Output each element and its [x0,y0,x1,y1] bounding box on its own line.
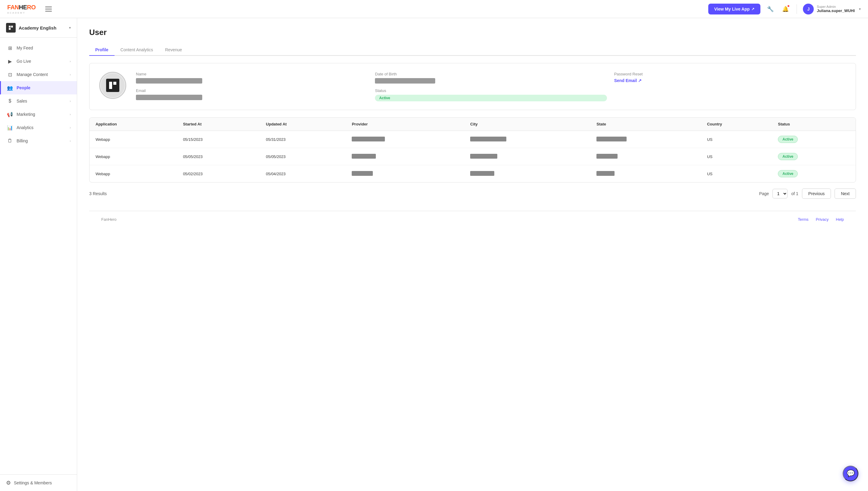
tab-content-analytics[interactable]: Content Analytics [115,44,159,56]
page-select[interactable]: 1 [772,189,787,198]
sales-icon: $ [7,98,13,104]
sidebar-item-go-live[interactable]: ▶ Go Live › [0,55,77,68]
name-label: Name [136,72,368,76]
sidebar-item-analytics[interactable]: 📊 Analytics › [0,121,77,134]
sidebar-item-marketing[interactable]: 📢 Marketing › [0,108,77,121]
chevron-right-icon: › [70,126,71,129]
sidebar-item-people[interactable]: 👥 People [0,81,77,94]
profile-card: Name Date of Birth Password Reset Send E… [89,63,856,110]
col-city: City [464,118,590,131]
cell-status: Active [772,131,856,148]
view-live-button[interactable]: View My Live App ↗ [708,4,761,15]
sidebar-item-my-feed[interactable]: ⊞ My Feed [0,41,77,55]
footer-links: Terms Privacy Help [798,217,844,222]
pagination: 3 Results Page 1 of 1 Previous Next [89,189,856,199]
cell-application: Webapp [90,165,177,182]
sidebar-item-label: Sales [17,98,66,104]
privacy-link[interactable]: Privacy [816,217,829,222]
cell-updated-at: 05/31/2023 [260,131,346,148]
sidebar-item-billing[interactable]: 🗒 Billing › [0,134,77,147]
external-link-icon: ↗ [638,78,642,83]
hamburger-button[interactable] [43,4,54,14]
col-started-at: Started At [177,118,260,131]
page-label: Page [759,191,769,196]
status-badge: Active [375,95,607,102]
pagination-controls: Page 1 of 1 Previous Next [759,189,856,199]
sidebar-item-label: Manage Content [17,72,66,77]
gear-icon: ⚙ [6,480,11,486]
sidebar-item-manage-content[interactable]: ⊡ Manage Content › [0,68,77,81]
cell-state [590,131,701,148]
footer-brand: FanHero [101,217,117,222]
notifications-button[interactable]: 🔔 [780,4,790,14]
tabs: Profile Content Analytics Revenue [89,44,856,56]
dob-field: Date of Birth [375,72,607,84]
password-reset-field: Password Reset Send Email ↗ [614,72,846,84]
cell-state [590,165,701,182]
email-field: Email [136,88,368,102]
user-avatar: J [803,4,814,15]
email-value-bar [136,95,202,100]
chevron-right-icon: › [70,99,71,103]
workspace-selector[interactable]: Academy English ▾ [0,18,77,38]
user-role: Super Admin [817,5,855,8]
page-title: User [89,28,856,37]
cell-city [464,148,590,165]
cell-provider [346,148,464,165]
live-icon: ▶ [7,58,13,64]
tab-profile[interactable]: Profile [89,44,115,56]
help-link[interactable]: Help [836,217,844,222]
dob-value-bar [375,78,435,84]
svg-rect-0 [9,26,10,27]
user-avatar-large [99,72,126,99]
support-fab-button[interactable]: 💬 [843,466,858,481]
cell-updated-at: 05/05/2023 [260,148,346,165]
results-count: 3 Results [89,191,107,196]
user-initial: J [807,7,809,11]
marketing-icon: 📢 [7,111,13,117]
sidebar-item-label: People [17,85,71,90]
cell-started-at: 05/05/2023 [177,148,260,165]
user-menu[interactable]: J Super Admin Juliana.super_WUHI ▾ [803,4,861,15]
nav-items: ⊞ My Feed ▶ Go Live › ⊡ Manage Content ›… [0,38,77,474]
profile-fields: Name Date of Birth Password Reset Send E… [136,72,846,102]
logo-block: FANHERO ACADEMY [7,4,36,14]
svg-rect-2 [9,28,10,30]
content-area: User Profile Content Analytics Revenue [77,18,868,491]
cell-country: US [701,131,772,148]
col-updated-at: Updated At [260,118,346,131]
user-name: Juliana.super_WUHI [817,8,855,13]
name-field: Name [136,72,368,84]
billing-icon: 🗒 [7,138,13,144]
previous-button[interactable]: Previous [802,189,831,199]
workspace-chevron-icon: ▾ [69,26,71,30]
next-button[interactable]: Next [835,189,856,199]
top-bar-right: View My Live App ↗ 🔧 🔔 J Super Admin Jul… [708,4,861,15]
send-email-link[interactable]: Send Email ↗ [614,78,846,83]
sidebar-item-label: Billing [17,139,66,143]
tools-button[interactable]: 🔧 [765,4,775,14]
top-bar-left: FANHERO ACADEMY [7,4,54,14]
tab-revenue[interactable]: Revenue [159,44,188,56]
content-icon: ⊡ [7,71,13,78]
cell-country: US [701,165,772,182]
workspace-logo-icon [8,25,13,30]
external-link-icon: ↗ [751,7,754,11]
logo-text: FANHERO [7,4,36,11]
table-row: Webapp 05/02/2023 05/04/2023 US Active [90,165,856,182]
settings-and-members[interactable]: ⚙ Settings & Members [6,480,71,486]
sidebar-item-sales[interactable]: $ Sales › [0,94,77,108]
of-label: of 1 [791,191,798,196]
header-row: Application Started At Updated At Provid… [90,118,856,131]
sidebar-item-label: Analytics [17,125,66,130]
dob-label: Date of Birth [375,72,607,76]
workspace-icon [6,23,16,33]
app-wrapper: FANHERO ACADEMY View My Live App ↗ 🔧 🔔 [0,0,868,491]
support-icon: 💬 [846,470,855,478]
table-row: Webapp 05/15/2023 05/31/2023 US Active [90,131,856,148]
table-row: Webapp 05/05/2023 05/05/2023 US Active [90,148,856,165]
terms-link[interactable]: Terms [798,217,808,222]
sidebar-footer: ⚙ Settings & Members [0,474,77,491]
cell-state [590,148,701,165]
sessions-table-container: Application Started At Updated At Provid… [89,117,856,182]
